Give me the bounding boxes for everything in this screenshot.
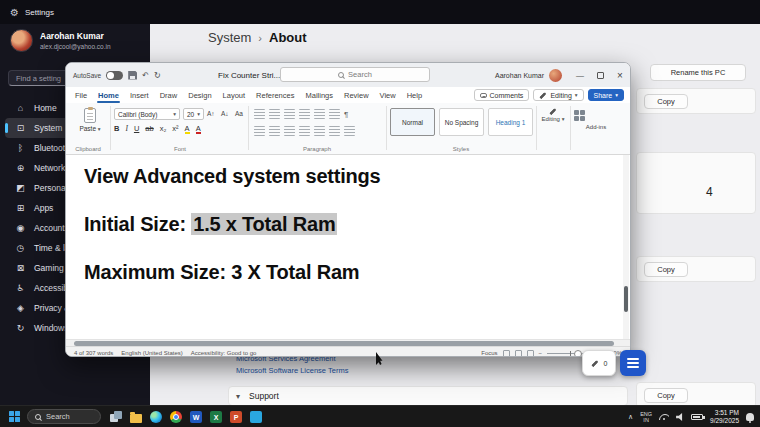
tab-help[interactable]: Help — [406, 91, 423, 100]
copy-button[interactable]: Copy — [644, 262, 688, 277]
paste-button[interactable]: Paste ▾ — [74, 108, 106, 132]
license-terms-link[interactable]: Microsoft Software License Terms — [236, 366, 348, 375]
line-spacing-icon[interactable] — [314, 126, 325, 136]
print-layout-icon[interactable] — [515, 350, 522, 357]
accessibility-status[interactable]: Accessibility: Good to go — [191, 350, 257, 356]
word-count[interactable]: 4 of 307 words — [74, 350, 113, 356]
paragraph-mark-icon[interactable]: ¶ — [344, 110, 348, 119]
tab-review[interactable]: Review — [343, 91, 370, 100]
save-icon[interactable] — [128, 71, 137, 80]
start-button[interactable] — [9, 411, 20, 422]
web-layout-icon[interactable] — [527, 350, 534, 357]
document-canvas[interactable]: View Advanced system settings Initial Si… — [66, 155, 630, 339]
edge-icon[interactable] — [150, 411, 162, 423]
notification-bell-icon[interactable] — [746, 413, 754, 421]
increase-indent-icon[interactable] — [314, 109, 325, 119]
align-left-icon[interactable] — [254, 126, 265, 136]
powerpoint-icon[interactable]: P — [230, 411, 242, 423]
breadcrumb-parent[interactable]: System — [208, 30, 251, 45]
language-indicator[interactable]: ENG IN — [640, 411, 652, 424]
horizontal-scrollbar[interactable] — [66, 339, 630, 346]
vertical-scrollbar-thumb[interactable] — [624, 286, 628, 312]
style-no-spacing[interactable]: No Spacing — [439, 108, 484, 136]
word-account[interactable]: Aarohan Kumar — [495, 63, 562, 87]
subscript-icon[interactable]: x₂ — [160, 124, 167, 133]
rename-pc-button[interactable]: Rename this PC — [650, 64, 746, 81]
borders-icon[interactable] — [344, 126, 355, 136]
shading-icon[interactable] — [329, 126, 340, 136]
annotation-pen-group[interactable]: 0 — [582, 350, 616, 376]
volume-icon[interactable] — [676, 413, 684, 421]
tab-view[interactable]: View — [379, 91, 397, 100]
word-icon[interactable]: W — [190, 411, 202, 423]
restore-button[interactable] — [590, 63, 610, 87]
change-case-icon[interactable]: Aa — [235, 110, 243, 117]
tab-file[interactable]: File — [74, 91, 88, 100]
grow-font-icon[interactable]: A↑ — [207, 110, 215, 117]
copy-button[interactable]: Copy — [644, 94, 688, 109]
italic-icon[interactable]: I — [125, 124, 128, 133]
focus-button[interactable]: Focus — [481, 350, 497, 356]
shrink-font-icon[interactable]: A↓ — [221, 110, 229, 117]
style-heading-1[interactable]: Heading 1 — [488, 108, 533, 136]
word-search-box[interactable]: Search — [280, 67, 430, 82]
font-size-combo[interactable]: 20 ▾ — [183, 108, 204, 120]
tab-mailings[interactable]: Mailings — [304, 91, 334, 100]
tab-draw[interactable]: Draw — [159, 91, 179, 100]
align-right-icon[interactable] — [284, 126, 295, 136]
undo-icon[interactable]: ↶ — [142, 71, 149, 80]
underline-icon[interactable]: U — [134, 124, 139, 133]
font-color-icon[interactable]: A — [196, 124, 201, 133]
bold-icon[interactable]: B — [114, 124, 119, 133]
read-mode-icon[interactable] — [503, 350, 510, 357]
store-icon[interactable] — [250, 411, 262, 423]
decrease-indent-icon[interactable] — [299, 109, 310, 119]
document-title-dropdown[interactable]: Fix Counter Stri... ▾ — [218, 63, 286, 87]
user-card[interactable]: Aarohan Kumar alex.djcool@yahoo.co.in — [10, 29, 111, 52]
taskbar-search[interactable]: Search — [27, 409, 101, 424]
chrome-icon[interactable] — [170, 411, 182, 423]
tab-design[interactable]: Design — [187, 91, 212, 100]
zoom-out-button[interactable]: − — [539, 350, 543, 356]
rename-pc-label: Rename this PC — [671, 68, 726, 77]
tab-insert[interactable]: Insert — [129, 91, 150, 100]
bullet-list-icon[interactable] — [254, 109, 265, 119]
text-highlight-icon[interactable]: A — [185, 124, 190, 133]
minimize-button[interactable]: — — [570, 63, 590, 87]
tab-home[interactable]: Home — [97, 91, 120, 100]
autosave-toggle[interactable] — [106, 71, 123, 80]
addins-button[interactable]: Add-ins — [574, 110, 618, 130]
align-center-icon[interactable] — [269, 126, 280, 136]
style-normal[interactable]: Normal — [390, 108, 435, 136]
tab-layout[interactable]: Layout — [222, 91, 247, 100]
sort-icon[interactable] — [329, 109, 340, 119]
language-status[interactable]: English (United States) — [121, 350, 182, 356]
comments-button[interactable]: Comments — [474, 89, 530, 101]
superscript-icon[interactable]: x² — [172, 124, 178, 133]
multilevel-list-icon[interactable] — [284, 109, 295, 119]
strikethrough-icon[interactable]: ab — [145, 124, 153, 133]
editing-group-button[interactable]: Editing ▾ — [538, 110, 568, 122]
battery-icon[interactable] — [691, 414, 703, 420]
task-view-icon[interactable] — [110, 411, 122, 423]
file-explorer-icon[interactable] — [130, 414, 142, 423]
redo-icon[interactable]: ↻ — [154, 71, 161, 80]
font-name-combo[interactable]: Calibri (Body) ▾ — [114, 108, 180, 120]
annotation-menu-button[interactable] — [620, 350, 646, 376]
tab-references[interactable]: References — [255, 91, 295, 100]
share-button[interactable]: Share ▾ — [588, 89, 624, 101]
vertical-scrollbar[interactable] — [623, 155, 629, 339]
word-titlebar[interactable]: AutoSave ↶ ↻ Fix Counter Stri... ▾ Searc… — [66, 63, 630, 87]
numbered-list-icon[interactable] — [269, 109, 280, 119]
pencil-icon — [539, 91, 547, 99]
copy-button[interactable]: Copy — [644, 388, 688, 403]
editing-mode-button[interactable]: Editing ▾ — [533, 89, 583, 101]
tray-overflow-chevron-icon[interactable]: ∧ — [628, 413, 633, 421]
justify-icon[interactable] — [299, 126, 310, 136]
clock[interactable]: 3:51 PM 9/29/2025 — [710, 409, 739, 425]
excel-icon[interactable]: X — [210, 411, 222, 423]
device-card: Copy — [636, 88, 756, 114]
support-expander[interactable]: ▾ Support — [228, 386, 628, 405]
close-button[interactable]: × — [610, 63, 630, 87]
wifi-icon[interactable] — [659, 414, 669, 420]
